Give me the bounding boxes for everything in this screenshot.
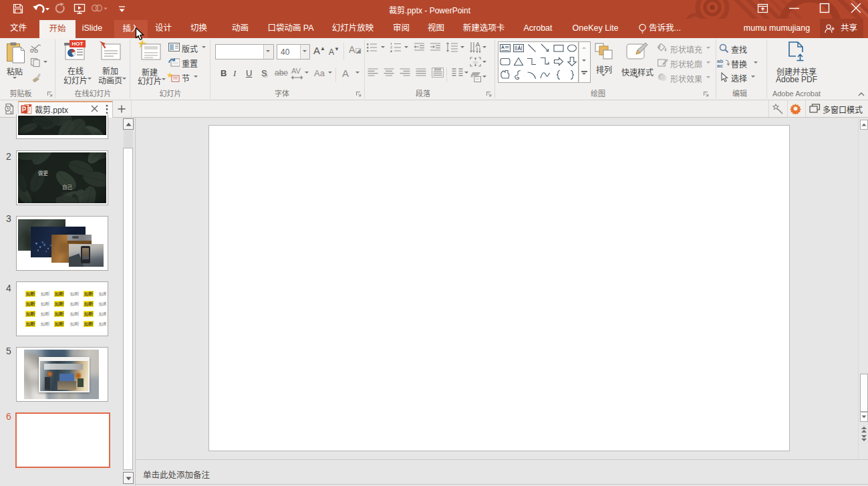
svg-text:ac: ac	[717, 63, 723, 68]
